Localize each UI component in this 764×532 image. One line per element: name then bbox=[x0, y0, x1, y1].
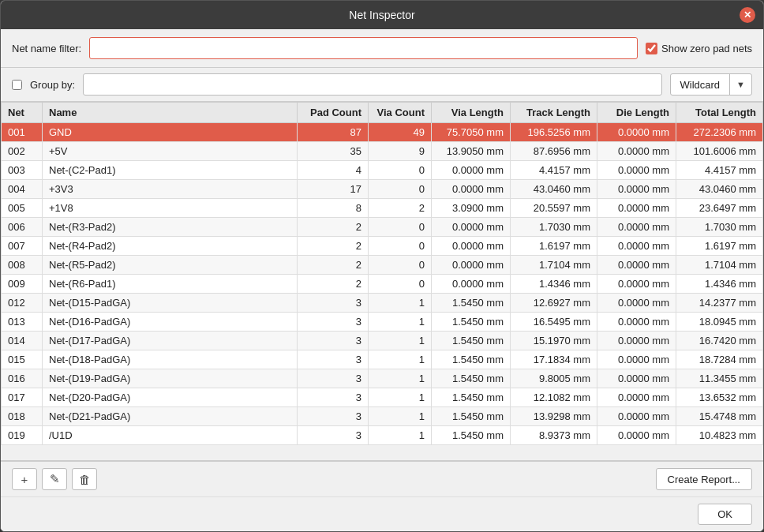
dialog-title: Net Inspector bbox=[349, 9, 414, 21]
close-button[interactable]: ✕ bbox=[740, 7, 755, 23]
table-row[interactable]: 006Net-(R3-Pad2)200.0000 mm1.7030 mm0.00… bbox=[2, 218, 763, 237]
table-row[interactable]: 015Net-(D18-PadGA)311.5450 mm17.1834 mm0… bbox=[2, 350, 763, 369]
table-row[interactable]: 016Net-(D19-PadGA)311.5450 mm9.8005 mm0.… bbox=[2, 369, 763, 388]
net-table-container: Net Name Pad Count Via Count Via Length … bbox=[1, 102, 763, 461]
add-button[interactable]: + bbox=[12, 468, 37, 490]
filter-input[interactable] bbox=[89, 37, 638, 59]
ok-button[interactable]: OK bbox=[698, 504, 752, 525]
table-row[interactable]: 004+3V31700.0000 mm43.0460 mm0.0000 mm43… bbox=[2, 180, 763, 199]
wildcard-button[interactable]: Wildcard ▼ bbox=[670, 73, 752, 96]
wildcard-label: Wildcard bbox=[671, 74, 731, 95]
table-row[interactable]: 017Net-(D20-PadGA)311.5450 mm12.1082 mm0… bbox=[2, 388, 763, 407]
group-by-input[interactable] bbox=[83, 73, 661, 96]
col-header-via[interactable]: Via Count bbox=[369, 103, 432, 123]
bottom-bar: + ✎ 🗑 Create Report... bbox=[1, 461, 763, 496]
show-zero-label: Show zero pad nets bbox=[661, 43, 752, 54]
table-row[interactable]: 009Net-(R6-Pad1)200.0000 mm1.4346 mm0.00… bbox=[2, 275, 763, 294]
table-row[interactable]: 005+1V8823.0900 mm20.5597 mm0.0000 mm23.… bbox=[2, 199, 763, 218]
show-zero-checkbox[interactable] bbox=[646, 43, 657, 54]
table-row[interactable]: 008Net-(R5-Pad2)200.0000 mm1.7104 mm0.00… bbox=[2, 256, 763, 275]
table-row[interactable]: 003Net-(C2-Pad1)400.0000 mm4.4157 mm0.00… bbox=[2, 161, 763, 180]
col-header-via-len[interactable]: Via Length bbox=[432, 103, 511, 123]
table-row[interactable]: 002+5V35913.9050 mm87.6956 mm0.0000 mm10… bbox=[2, 142, 763, 161]
action-buttons: + ✎ 🗑 bbox=[12, 468, 97, 490]
delete-button[interactable]: 🗑 bbox=[72, 468, 97, 490]
group-by-checkbox[interactable] bbox=[12, 80, 22, 90]
table-header-row: Net Name Pad Count Via Count Via Length … bbox=[2, 103, 763, 123]
table-row[interactable]: 001GND874975.7050 mm196.5256 mm0.0000 mm… bbox=[2, 123, 763, 142]
show-zero-group: Show zero pad nets bbox=[646, 43, 752, 54]
table-row[interactable]: 012Net-(D15-PadGA)311.5450 mm12.6927 mm0… bbox=[2, 294, 763, 313]
net-inspector-dialog: Net Inspector ✕ Net name filter: Show ze… bbox=[0, 0, 764, 532]
col-header-name[interactable]: Name bbox=[43, 103, 298, 123]
group-bar: Group by: Wildcard ▼ bbox=[1, 68, 763, 102]
table-body: 001GND874975.7050 mm196.5256 mm0.0000 mm… bbox=[2, 123, 763, 445]
wildcard-arrow-icon: ▼ bbox=[730, 74, 751, 95]
title-bar: Net Inspector ✕ bbox=[1, 1, 763, 29]
col-header-track-len[interactable]: Track Length bbox=[511, 103, 597, 123]
col-header-net[interactable]: Net bbox=[2, 103, 43, 123]
table-row[interactable]: 019/U1D311.5450 mm8.9373 mm0.0000 mm10.4… bbox=[2, 426, 763, 445]
create-report-button[interactable]: Create Report... bbox=[656, 468, 753, 490]
table-row[interactable]: 007Net-(R4-Pad2)200.0000 mm1.6197 mm0.00… bbox=[2, 237, 763, 256]
col-header-pad[interactable]: Pad Count bbox=[298, 103, 369, 123]
table-row[interactable]: 018Net-(D21-PadGA)311.5450 mm13.9298 mm0… bbox=[2, 407, 763, 426]
filter-toolbar: Net name filter: Show zero pad nets bbox=[1, 29, 763, 68]
filter-label: Net name filter: bbox=[12, 43, 81, 54]
col-header-total-len[interactable]: Total Length bbox=[676, 103, 763, 123]
ok-bar: OK bbox=[1, 496, 763, 531]
net-table: Net Name Pad Count Via Count Via Length … bbox=[1, 102, 763, 445]
table-row[interactable]: 014Net-(D17-PadGA)311.5450 mm15.1970 mm0… bbox=[2, 332, 763, 350]
group-by-label: Group by: bbox=[30, 79, 75, 91]
edit-button[interactable]: ✎ bbox=[42, 468, 67, 490]
table-row[interactable]: 013Net-(D16-PadGA)311.5450 mm16.5495 mm0… bbox=[2, 313, 763, 332]
col-header-die-len[interactable]: Die Length bbox=[597, 103, 676, 123]
